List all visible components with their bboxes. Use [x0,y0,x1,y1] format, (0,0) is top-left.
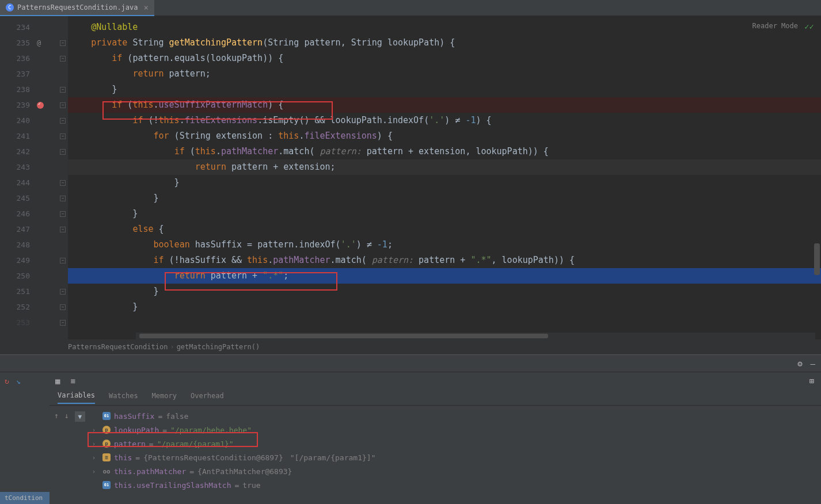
tab-filename: PatternsRequestCondition.java [17,3,138,12]
frame-item[interactable]: tCondition [0,492,50,504]
fold-icon[interactable]: − [60,258,66,264]
horizontal-scrollbar-track [136,333,815,339]
fold-icon[interactable]: − [60,133,66,139]
gear-icon[interactable]: ⚙ [797,359,802,368]
file-tab[interactable]: C PatternsRequestCondition.java × [0,0,154,16]
layout-icon[interactable]: ⊞ [809,376,814,385]
filter-icon[interactable]: ▼ [75,411,85,422]
breadcrumb-method[interactable]: getMatchingPattern() [177,343,260,351]
object-icon: ≡ [102,453,111,461]
horizontal-scrollbar[interactable] [139,334,548,338]
fold-icon[interactable]: − [60,149,66,155]
line-numbers: 234 235 236 237 238 239 240 241 242 243 … [0,16,35,339]
editor-tab-bar: C PatternsRequestCondition.java × [0,0,821,16]
debug-frames-panel: ↻ ↘ tCondition [0,372,50,504]
primitive-icon: 01 [102,481,111,489]
reader-mode-link[interactable]: Reader Mode [752,22,798,30]
variable-row[interactable]: › p lookupPath = "/param/hehe.hehe" [90,423,821,437]
fold-icon[interactable]: − [60,196,66,201]
close-icon[interactable]: × [144,3,149,12]
fold-icon[interactable]: − [60,304,66,310]
watch-icon: oo [102,467,111,475]
fold-icon[interactable]: − [60,211,66,217]
java-class-icon: C [6,3,14,12]
fold-icon[interactable]: − [60,180,66,186]
step-icon[interactable]: ↘ [16,377,21,385]
fold-icon[interactable]: − [60,56,66,62]
inspection-ok-icon[interactable]: ✓✓ [804,22,814,31]
margin: @− − − − − − − − − − − − − − − [35,16,68,339]
code[interactable]: @Nullable private String getMatchingPatt… [68,16,821,339]
tab-memory[interactable]: Memory [152,392,177,403]
variables-list: 01 hasSuffix = false › p lookupPath = "/… [90,409,821,504]
tab-watches[interactable]: Watches [109,392,138,403]
debug-panel: ⚙ — ↻ ↘ tCondition ▦ ≡ ⊞ Variables Watch… [0,354,821,504]
editor: 234 235 236 237 238 239 240 241 242 243 … [0,16,821,339]
variable-row[interactable]: › p pattern = "/param/{param1}" [90,437,821,450]
variable-row[interactable]: 01 this.useTrailingSlashMatch = true [90,478,821,492]
breakpoint-icon[interactable] [37,102,44,109]
breadcrumb: PatternsRequestCondition › getMatchingPa… [0,339,821,354]
vars-toolbar: ↑ ↓ ▼ [50,409,90,504]
fold-icon[interactable]: − [60,320,66,326]
watch-icon[interactable]: ≡ [70,376,75,385]
gutter: 234 235 236 237 238 239 240 241 242 243 … [0,16,68,339]
vertical-scrollbar[interactable] [814,243,820,275]
tab-variables[interactable]: Variables [58,391,95,404]
rerun-icon[interactable]: ↻ [5,377,9,385]
param-icon: p [102,440,111,448]
fold-icon[interactable]: − [60,289,66,295]
down-icon[interactable]: ↓ [64,411,69,422]
tab-overhead[interactable]: Overhead [191,392,224,403]
debug-tabs: Variables Watches Memory Overhead [50,390,821,406]
debug-toolbar: ▦ ≡ ⊞ [50,372,821,390]
override-icon[interactable]: @ [37,39,41,47]
minimize-icon[interactable]: — [811,359,815,368]
fold-icon[interactable]: − [60,40,66,46]
param-icon: p [102,426,111,434]
breadcrumb-class[interactable]: PatternsRequestCondition [68,343,168,351]
fold-icon[interactable]: − [60,102,66,108]
up-icon[interactable]: ↑ [54,411,59,422]
debug-panel-header: ⚙ — [0,355,821,372]
variable-row[interactable]: › oo this.pathMatcher = {AntPathMatcher@… [90,464,821,478]
calculator-icon[interactable]: ▦ [55,376,60,385]
variable-row[interactable]: › ≡ this = {PatternsRequestCondition@689… [90,450,821,464]
variable-row[interactable]: 01 hasSuffix = false [90,409,821,423]
primitive-icon: 01 [102,412,111,420]
fold-icon[interactable]: − [60,227,66,232]
fold-icon[interactable]: − [60,87,66,93]
fold-icon[interactable]: − [60,118,66,124]
